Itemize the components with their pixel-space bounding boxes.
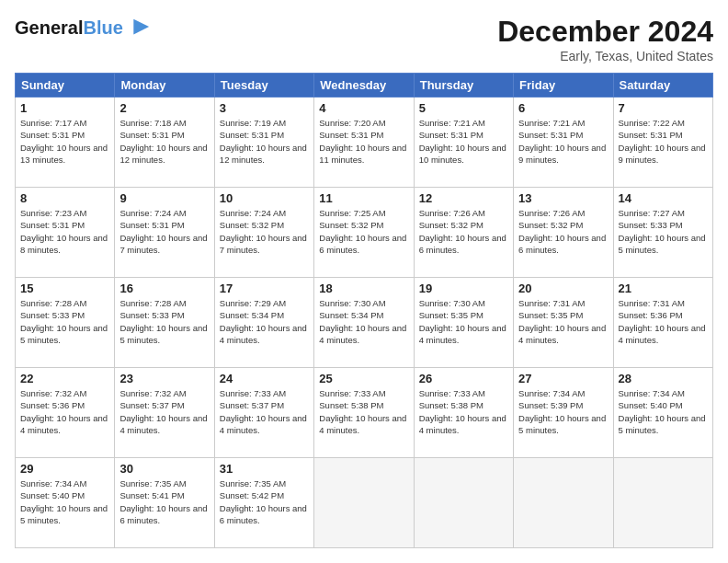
day-header-wednesday: Wednesday bbox=[314, 74, 414, 98]
calendar-cell bbox=[314, 458, 414, 548]
logo-icon bbox=[125, 15, 151, 40]
day-number: 13 bbox=[518, 191, 608, 205]
calendar-cell: 18 Sunrise: 7:30 AM Sunset: 5:34 PM Dayl… bbox=[314, 278, 414, 368]
day-number: 30 bbox=[119, 462, 209, 476]
calendar-cell: 22 Sunrise: 7:32 AM Sunset: 5:36 PM Dayl… bbox=[16, 368, 115, 458]
day-number: 25 bbox=[319, 372, 408, 385]
day-info: Sunrise: 7:24 AM Sunset: 5:31 PM Dayligh… bbox=[119, 207, 209, 256]
day-number: 21 bbox=[619, 282, 708, 295]
day-number: 7 bbox=[619, 101, 708, 115]
calendar-cell: 20 Sunrise: 7:31 AM Sunset: 5:35 PM Dayl… bbox=[514, 278, 613, 368]
day-number: 4 bbox=[319, 101, 408, 115]
day-info: Sunrise: 7:25 AM Sunset: 5:32 PM Dayligh… bbox=[319, 207, 408, 256]
calendar-cell: 5 Sunrise: 7:21 AM Sunset: 5:31 PM Dayli… bbox=[414, 98, 513, 188]
day-header-tuesday: Tuesday bbox=[214, 74, 313, 98]
calendar-cell: 16 Sunrise: 7:28 AM Sunset: 5:33 PM Dayl… bbox=[115, 278, 214, 368]
calendar-cell: 14 Sunrise: 7:27 AM Sunset: 5:33 PM Dayl… bbox=[613, 188, 712, 278]
subtitle: Early, Texas, United States bbox=[497, 49, 713, 63]
day-info: Sunrise: 7:34 AM Sunset: 5:39 PM Dayligh… bbox=[518, 387, 608, 436]
calendar-cell: 9 Sunrise: 7:24 AM Sunset: 5:31 PM Dayli… bbox=[115, 188, 214, 278]
month-title: December 2024 bbox=[497, 15, 713, 49]
calendar-cell bbox=[514, 458, 613, 548]
calendar-cell bbox=[414, 458, 513, 548]
calendar-cell: 31 Sunrise: 7:35 AM Sunset: 5:42 PM Dayl… bbox=[214, 458, 313, 548]
calendar-cell: 1 Sunrise: 7:17 AM Sunset: 5:31 PM Dayli… bbox=[16, 98, 115, 188]
day-info: Sunrise: 7:24 AM Sunset: 5:32 PM Dayligh… bbox=[220, 207, 309, 256]
calendar-cell: 7 Sunrise: 7:22 AM Sunset: 5:31 PM Dayli… bbox=[613, 98, 712, 188]
day-number: 15 bbox=[20, 282, 109, 295]
day-info: Sunrise: 7:28 AM Sunset: 5:33 PM Dayligh… bbox=[119, 297, 209, 346]
day-info: Sunrise: 7:31 AM Sunset: 5:35 PM Dayligh… bbox=[518, 297, 608, 346]
day-info: Sunrise: 7:34 AM Sunset: 5:40 PM Dayligh… bbox=[619, 387, 708, 436]
day-number: 2 bbox=[119, 101, 209, 115]
calendar-cell: 12 Sunrise: 7:26 AM Sunset: 5:32 PM Dayl… bbox=[414, 188, 513, 278]
day-info: Sunrise: 7:27 AM Sunset: 5:33 PM Dayligh… bbox=[619, 207, 708, 256]
day-info: Sunrise: 7:21 AM Sunset: 5:31 PM Dayligh… bbox=[419, 117, 508, 166]
day-number: 12 bbox=[419, 191, 508, 205]
calendar-cell: 13 Sunrise: 7:26 AM Sunset: 5:32 PM Dayl… bbox=[514, 188, 613, 278]
day-info: Sunrise: 7:33 AM Sunset: 5:38 PM Dayligh… bbox=[419, 387, 508, 436]
calendar-cell: 26 Sunrise: 7:33 AM Sunset: 5:38 PM Dayl… bbox=[414, 368, 513, 458]
day-info: Sunrise: 7:26 AM Sunset: 5:32 PM Dayligh… bbox=[419, 207, 508, 256]
day-info: Sunrise: 7:28 AM Sunset: 5:33 PM Dayligh… bbox=[20, 297, 109, 346]
day-number: 23 bbox=[119, 372, 209, 385]
day-info: Sunrise: 7:18 AM Sunset: 5:31 PM Dayligh… bbox=[119, 117, 209, 166]
day-info: Sunrise: 7:33 AM Sunset: 5:38 PM Dayligh… bbox=[319, 387, 408, 436]
calendar-cell: 8 Sunrise: 7:23 AM Sunset: 5:31 PM Dayli… bbox=[16, 188, 115, 278]
calendar-cell: 15 Sunrise: 7:28 AM Sunset: 5:33 PM Dayl… bbox=[16, 278, 115, 368]
calendar-cell: 25 Sunrise: 7:33 AM Sunset: 5:38 PM Dayl… bbox=[314, 368, 414, 458]
day-number: 14 bbox=[619, 191, 708, 205]
day-number: 26 bbox=[419, 372, 508, 385]
day-info: Sunrise: 7:21 AM Sunset: 5:31 PM Dayligh… bbox=[518, 117, 608, 166]
day-info: Sunrise: 7:32 AM Sunset: 5:37 PM Dayligh… bbox=[119, 387, 209, 436]
day-info: Sunrise: 7:30 AM Sunset: 5:34 PM Dayligh… bbox=[319, 297, 408, 346]
day-info: Sunrise: 7:33 AM Sunset: 5:37 PM Dayligh… bbox=[220, 387, 309, 436]
day-header-thursday: Thursday bbox=[414, 74, 513, 98]
day-info: Sunrise: 7:22 AM Sunset: 5:31 PM Dayligh… bbox=[619, 117, 708, 166]
day-number: 31 bbox=[220, 462, 309, 476]
calendar-table: SundayMondayTuesdayWednesdayThursdayFrid… bbox=[15, 73, 713, 548]
day-number: 27 bbox=[518, 372, 608, 385]
day-info: Sunrise: 7:17 AM Sunset: 5:31 PM Dayligh… bbox=[20, 117, 109, 166]
day-number: 5 bbox=[419, 101, 508, 115]
calendar-cell: 23 Sunrise: 7:32 AM Sunset: 5:37 PM Dayl… bbox=[115, 368, 214, 458]
calendar-cell: 29 Sunrise: 7:34 AM Sunset: 5:40 PM Dayl… bbox=[16, 458, 115, 548]
day-number: 24 bbox=[220, 372, 309, 385]
day-number: 11 bbox=[319, 191, 408, 205]
calendar-cell: 21 Sunrise: 7:31 AM Sunset: 5:36 PM Dayl… bbox=[613, 278, 712, 368]
day-number: 6 bbox=[518, 101, 608, 115]
calendar-cell: 24 Sunrise: 7:33 AM Sunset: 5:37 PM Dayl… bbox=[214, 368, 313, 458]
day-number: 18 bbox=[319, 282, 408, 295]
day-info: Sunrise: 7:26 AM Sunset: 5:32 PM Dayligh… bbox=[518, 207, 608, 256]
day-number: 17 bbox=[220, 282, 309, 295]
day-info: Sunrise: 7:20 AM Sunset: 5:31 PM Dayligh… bbox=[319, 117, 408, 166]
page: GeneralBlue December 2024 Early, Texas, … bbox=[0, 0, 728, 563]
day-info: Sunrise: 7:23 AM Sunset: 5:31 PM Dayligh… bbox=[20, 207, 109, 256]
day-number: 10 bbox=[220, 191, 309, 205]
calendar-cell: 19 Sunrise: 7:30 AM Sunset: 5:35 PM Dayl… bbox=[414, 278, 513, 368]
day-info: Sunrise: 7:29 AM Sunset: 5:34 PM Dayligh… bbox=[220, 297, 309, 346]
day-number: 29 bbox=[20, 462, 109, 476]
day-number: 16 bbox=[119, 282, 209, 295]
calendar-cell: 10 Sunrise: 7:24 AM Sunset: 5:32 PM Dayl… bbox=[214, 188, 313, 278]
calendar-cell: 27 Sunrise: 7:34 AM Sunset: 5:39 PM Dayl… bbox=[514, 368, 613, 458]
title-section: December 2024 Early, Texas, United State… bbox=[497, 15, 713, 63]
day-info: Sunrise: 7:19 AM Sunset: 5:31 PM Dayligh… bbox=[220, 117, 309, 166]
logo: GeneralBlue bbox=[15, 15, 151, 40]
header: GeneralBlue December 2024 Early, Texas, … bbox=[15, 15, 713, 63]
day-number: 19 bbox=[419, 282, 508, 295]
day-number: 28 bbox=[619, 372, 708, 385]
calendar-cell: 28 Sunrise: 7:34 AM Sunset: 5:40 PM Dayl… bbox=[613, 368, 712, 458]
day-info: Sunrise: 7:35 AM Sunset: 5:41 PM Dayligh… bbox=[119, 477, 209, 526]
calendar-cell: 30 Sunrise: 7:35 AM Sunset: 5:41 PM Dayl… bbox=[115, 458, 214, 548]
calendar-cell: 4 Sunrise: 7:20 AM Sunset: 5:31 PM Dayli… bbox=[314, 98, 414, 188]
day-header-monday: Monday bbox=[115, 74, 214, 98]
day-header-friday: Friday bbox=[514, 74, 613, 98]
day-number: 22 bbox=[20, 372, 109, 385]
day-info: Sunrise: 7:31 AM Sunset: 5:36 PM Dayligh… bbox=[619, 297, 708, 346]
calendar-cell: 3 Sunrise: 7:19 AM Sunset: 5:31 PM Dayli… bbox=[214, 98, 313, 188]
day-info: Sunrise: 7:34 AM Sunset: 5:40 PM Dayligh… bbox=[20, 477, 109, 526]
day-info: Sunrise: 7:35 AM Sunset: 5:42 PM Dayligh… bbox=[220, 477, 309, 526]
day-header-saturday: Saturday bbox=[613, 74, 712, 98]
calendar-cell: 6 Sunrise: 7:21 AM Sunset: 5:31 PM Dayli… bbox=[514, 98, 613, 188]
